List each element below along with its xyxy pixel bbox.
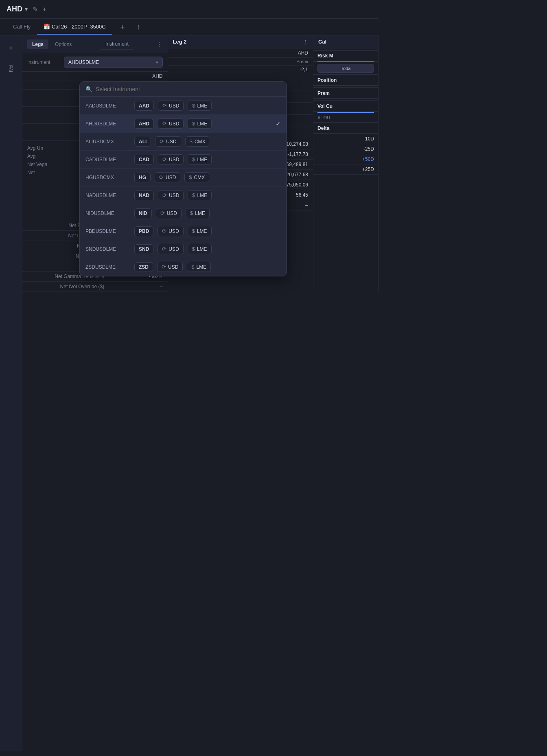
instrument-selector[interactable]: AHDUSDLME ▾	[64, 57, 163, 68]
chevron-down-icon[interactable]: ▾	[25, 6, 28, 12]
dropdown-item[interactable]: SNDUSDLME SND ⟳ USD $ LME	[80, 240, 287, 258]
item-code: NIDUSDLME	[85, 210, 130, 216]
leg2-menu-icon[interactable]: ⋮	[303, 39, 308, 45]
add-strategy-icon[interactable]: +	[43, 6, 46, 13]
dropdown-item[interactable]: NADUSDLME NAD ⟳ USD $ LME	[80, 186, 287, 204]
currency-icon: ⟳	[162, 121, 167, 127]
export-icon[interactable]: ↑	[133, 20, 144, 35]
dropdown-item[interactable]: HGUSDCMX HG ⟳ USD $ CMX	[80, 169, 287, 186]
item-tag: ZSD	[134, 262, 153, 272]
search-input[interactable]	[96, 86, 281, 92]
top-bar: AHD ▾ ✎ +	[0, 0, 379, 19]
item-exchange: $ LME	[188, 101, 212, 111]
delta-title: Delta	[313, 123, 378, 134]
exchange-icon: $	[192, 192, 195, 198]
dropdown-search-row: 🔍	[80, 82, 287, 97]
item-exchange: $ LME	[188, 244, 212, 254]
currency-icon: ⟳	[162, 156, 167, 162]
tab-cal26[interactable]: 📅 Cal 26 - 2000P -3500C	[37, 20, 112, 35]
item-currency: ⟳ USD	[155, 136, 181, 147]
dropdown-item[interactable]: NIDUSDLME NID ⟳ USD $ LME	[80, 204, 287, 222]
item-exchange: $ CMX	[184, 172, 209, 182]
today-btn[interactable]: Toda	[317, 64, 374, 73]
tab-call-fly[interactable]: Call Fly	[7, 20, 37, 35]
delta-item[interactable]: -10D	[313, 134, 378, 144]
currency-icon: ⟳	[162, 103, 167, 109]
item-tag: ALI	[134, 137, 151, 147]
sidebar-add-btn[interactable]: ＋	[4, 40, 18, 55]
info-instrument-right: AHD	[22, 72, 168, 81]
item-currency: ⟳ USD	[157, 262, 183, 272]
item-tag: NID	[134, 208, 152, 218]
leg2-header: Leg 2 ⋮	[168, 35, 313, 48]
exchange-icon: $	[192, 228, 195, 234]
dropdown-item[interactable]: CADUSDLME CAD ⟳ USD $ LME	[80, 151, 287, 169]
leg1-tabs: Legs Options	[27, 39, 77, 49]
item-code: HGUSDCMX	[85, 175, 130, 180]
item-tag: NAD	[134, 191, 154, 200]
currency-icon: ⟳	[159, 174, 164, 180]
instrument-dropdown: 🔍 AADUSDLME AAD ⟳ USD $ LME AHDUSDLME AH…	[79, 81, 287, 276]
currency-icon: ⟳	[162, 192, 167, 198]
item-code: ZSDUSDLME	[85, 264, 130, 270]
stat-leg1: –	[109, 282, 167, 292]
exchange-icon: $	[192, 121, 195, 127]
item-currency: ⟳ USD	[158, 118, 184, 129]
item-tag: SND	[134, 244, 153, 254]
add-tab-icon[interactable]: ＋	[116, 19, 129, 35]
cal-header: Cal	[313, 35, 378, 48]
ahdu-label: AHDU	[313, 113, 378, 121]
check-icon: ✓	[276, 120, 281, 127]
item-tag: HG	[134, 173, 151, 182]
prem-title: Prem	[313, 88, 378, 99]
item-currency: ⟳ USD	[158, 226, 183, 236]
item-exchange: $ CMX	[185, 136, 210, 147]
dropdown-item[interactable]: AADUSDLME AAD ⟳ USD $ LME	[80, 97, 287, 115]
item-code: CADUSDLME	[85, 157, 130, 162]
item-currency: ⟳ USD	[158, 244, 183, 254]
item-code: ALIUSDCMX	[85, 139, 130, 145]
item-currency: ⟳ USD	[158, 101, 184, 111]
exchange-icon: $	[191, 264, 194, 270]
sidebar-ivol-label: iVol	[9, 65, 13, 72]
dropdown-item[interactable]: PBDUSDLME PBD ⟳ USD $ LME	[80, 222, 287, 240]
item-code: SNDUSDLME	[85, 246, 130, 252]
leg1-header: Legs Options Instrument ⋮	[22, 35, 168, 53]
item-tag: AAD	[134, 101, 154, 111]
edit-icon[interactable]: ✎	[33, 5, 38, 13]
app-title-text: AHD	[7, 5, 22, 13]
leg1-menu-icon[interactable]: ⋮	[157, 41, 162, 47]
currency-icon: ⟳	[162, 264, 166, 270]
tab-legs[interactable]: Legs	[27, 39, 48, 49]
item-exchange: $ LME	[186, 208, 210, 218]
currency-icon: ⟳	[160, 210, 165, 216]
stats-row: Net iVol Override ($) –	[22, 282, 168, 292]
item-exchange: $ LME	[188, 154, 212, 164]
item-code: AHDUSDLME	[85, 121, 130, 127]
item-exchange: $ LME	[187, 262, 211, 272]
item-code: AADUSDLME	[85, 103, 130, 109]
item-exchange: $ LME	[188, 190, 212, 200]
dropdown-list: AADUSDLME AAD ⟳ USD $ LME AHDUSDLME AHD …	[80, 97, 287, 276]
dropdown-item[interactable]: ZSDUSDLME ZSD ⟳ USD $ LME	[80, 258, 287, 276]
search-icon: 🔍	[85, 86, 92, 92]
vol-cu-title: Vol Cu	[313, 101, 378, 112]
app-title: AHD ▾	[7, 5, 28, 13]
delta-item[interactable]: +50D	[313, 154, 378, 164]
item-tag: CAD	[134, 155, 154, 164]
item-currency: ⟳ USD	[158, 154, 184, 164]
instrument-label: Instrument	[27, 59, 64, 65]
leg2-premium-label: Premi	[168, 58, 313, 66]
tab-options[interactable]: Options	[50, 39, 77, 49]
delta-item[interactable]: -25D	[313, 144, 378, 154]
exchange-icon: $	[192, 103, 195, 109]
sidebar: ＋ iVol	[0, 35, 22, 751]
leg2-premium-value: -2,1	[168, 66, 313, 74]
item-tag: AHD	[134, 119, 154, 129]
exchange-icon: $	[192, 156, 195, 162]
dropdown-item[interactable]: ALIUSDCMX ALI ⟳ USD $ CMX	[80, 133, 287, 151]
item-code: NADUSDLME	[85, 193, 130, 198]
instrument-field-row: Instrument AHDUSDLME ▾	[22, 53, 168, 72]
delta-item[interactable]: +25D	[313, 164, 378, 175]
dropdown-item[interactable]: AHDUSDLME AHD ⟳ USD $ LME ✓	[80, 115, 287, 133]
